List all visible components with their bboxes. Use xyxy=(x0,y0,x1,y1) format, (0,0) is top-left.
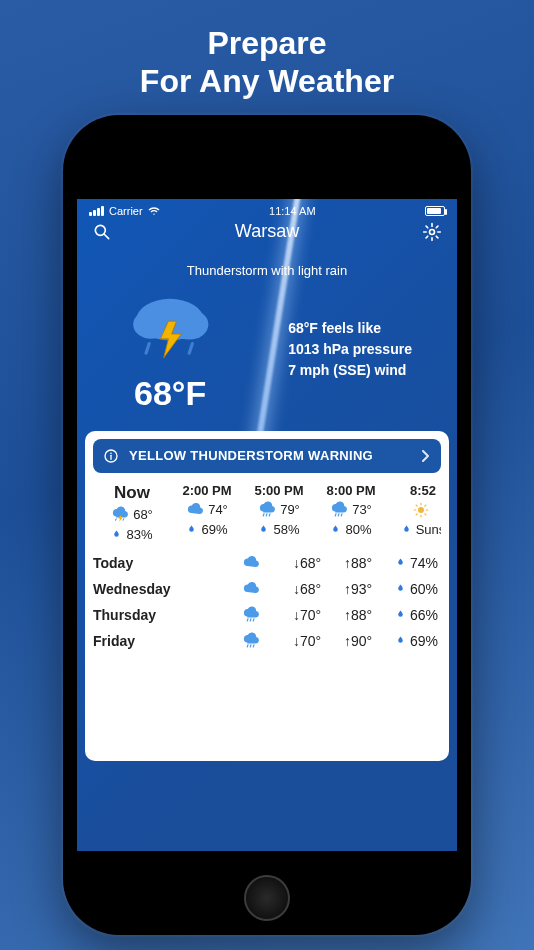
day-low: ↓70° xyxy=(293,607,339,623)
hourly-temp: 74° xyxy=(186,501,228,519)
battery-icon xyxy=(425,206,445,216)
hourly-humidity: 69% xyxy=(186,522,227,537)
day-name: Thursday xyxy=(93,607,199,623)
hourly-temp: 73° xyxy=(330,501,372,519)
settings-icon[interactable] xyxy=(421,221,443,243)
info-icon xyxy=(103,448,119,464)
day-icon xyxy=(242,606,288,624)
day-humidity: 66% xyxy=(395,607,441,623)
hourly-humidity: 58% xyxy=(258,522,299,537)
svg-point-2 xyxy=(430,229,435,234)
hourly-time: 8:00 PM xyxy=(326,483,375,498)
signal-icon xyxy=(89,206,104,216)
hourly-time: 2:00 PM xyxy=(182,483,231,498)
day-humidity: 60% xyxy=(395,581,441,597)
svg-point-7 xyxy=(110,452,112,454)
daily-row[interactable]: Thursday↓70°↑88°66% xyxy=(93,606,441,624)
condition-text: Thunderstorm with light rain xyxy=(77,243,457,284)
pressure-label: 1013 hPa pressure xyxy=(288,339,412,360)
day-low: ↓68° xyxy=(293,555,339,571)
status-time: 11:14 AM xyxy=(269,205,315,217)
promo-line-1: Prepare xyxy=(207,25,326,61)
forecast-card: YELLOW THUNDERSTORM WARNING Now68°83%2:0… xyxy=(85,431,449,761)
weather-alert[interactable]: YELLOW THUNDERSTORM WARNING xyxy=(93,439,441,473)
day-high: ↑88° xyxy=(344,607,390,623)
phone-frame: Carrier 11:14 AM Warsaw Thunderstorm wit… xyxy=(63,115,471,935)
daily-forecast[interactable]: Today↓68°↑88°74%Wednesday↓68°↑93°60%Thur… xyxy=(93,554,441,650)
day-name: Today xyxy=(93,555,199,571)
promo-title: Prepare For Any Weather xyxy=(0,0,534,111)
hourly-col[interactable]: 8:00 PM73°80% xyxy=(315,483,387,537)
hourly-forecast[interactable]: Now68°83%2:00 PM74°69%5:00 PM79°58%8:00 … xyxy=(93,483,441,542)
wind-label: 7 mph (SSE) wind xyxy=(288,360,412,381)
search-icon[interactable] xyxy=(91,221,113,243)
wifi-icon xyxy=(148,205,160,217)
day-high: ↑88° xyxy=(344,555,390,571)
hourly-time: Now xyxy=(114,483,150,503)
hourly-temp xyxy=(412,501,434,519)
hourly-humidity: 80% xyxy=(330,522,371,537)
hourly-humidity: Suns xyxy=(401,522,441,537)
hourly-col[interactable]: 8:52Suns xyxy=(387,483,441,537)
hourly-temp: 79° xyxy=(258,501,300,519)
hourly-col[interactable]: 5:00 PM79°58% xyxy=(243,483,315,537)
hero-weather-icon xyxy=(122,286,218,366)
app-screen: Carrier 11:14 AM Warsaw Thunderstorm wit… xyxy=(77,199,457,851)
home-button[interactable] xyxy=(244,875,290,921)
day-humidity: 69% xyxy=(395,633,441,649)
chevron-right-icon xyxy=(421,449,431,463)
day-name: Friday xyxy=(93,633,199,649)
promo-line-2: For Any Weather xyxy=(140,63,394,99)
hourly-time: 5:00 PM xyxy=(254,483,303,498)
hourly-col[interactable]: 2:00 PM74°69% xyxy=(171,483,243,537)
carrier-label: Carrier xyxy=(109,205,143,217)
day-low: ↓68° xyxy=(293,581,339,597)
daily-row[interactable]: Friday↓70°↑90°69% xyxy=(93,632,441,650)
hourly-temp: 68° xyxy=(111,506,153,524)
hero-stats: 68°F feels like 1013 hPa pressure 7 mph … xyxy=(288,318,412,381)
day-icon xyxy=(242,632,288,650)
hourly-col[interactable]: Now68°83% xyxy=(93,483,171,542)
day-high: ↑93° xyxy=(344,581,390,597)
daily-row[interactable]: Today↓68°↑88°74% xyxy=(93,554,441,572)
svg-point-1 xyxy=(95,225,105,235)
hourly-humidity: 83% xyxy=(111,527,152,542)
hourly-time: 8:52 xyxy=(410,483,436,498)
status-bar: Carrier 11:14 AM xyxy=(77,199,457,217)
daily-row[interactable]: Wednesday↓68°↑93°60% xyxy=(93,580,441,598)
day-high: ↑90° xyxy=(344,633,390,649)
day-icon xyxy=(242,580,288,598)
alert-text: YELLOW THUNDERSTORM WARNING xyxy=(129,448,373,463)
hero-temperature: 68°F xyxy=(134,374,206,413)
location-title[interactable]: Warsaw xyxy=(235,221,299,242)
day-icon xyxy=(242,554,288,572)
day-name: Wednesday xyxy=(93,581,199,597)
feels-like: 68°F feels like xyxy=(288,318,412,339)
day-humidity: 74% xyxy=(395,555,441,571)
day-low: ↓70° xyxy=(293,633,339,649)
